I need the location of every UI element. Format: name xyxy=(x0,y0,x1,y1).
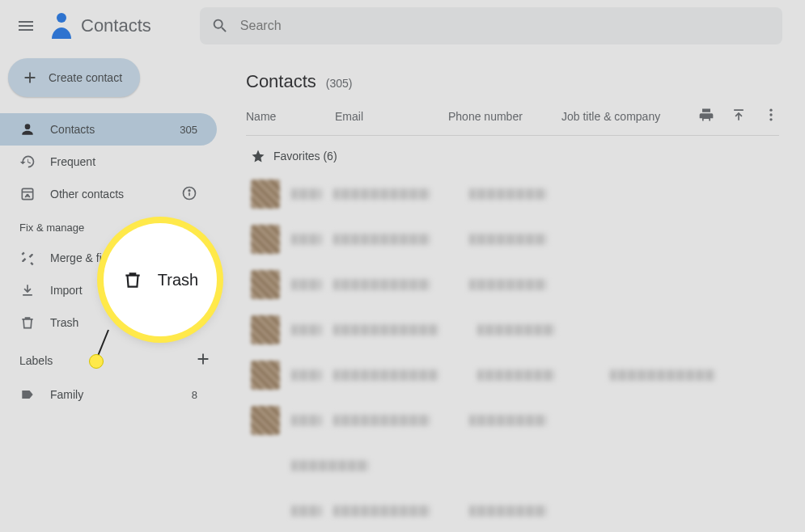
favorites-section-header[interactable]: Favorites (6) xyxy=(246,136,779,171)
redacted-email xyxy=(333,279,430,290)
label-count-badge: 8 xyxy=(192,389,197,401)
star-icon xyxy=(251,149,265,163)
search-icon xyxy=(211,17,229,35)
table-header: Name Email Phone number Job title & comp… xyxy=(246,107,779,136)
sidebar-item-contacts[interactable]: Contacts 305 xyxy=(0,113,217,146)
redacted-name xyxy=(291,369,322,381)
table-row[interactable] xyxy=(246,353,779,398)
contacts-count-badge: 305 xyxy=(180,124,197,136)
svg-point-0 xyxy=(57,13,66,23)
main-content: Contacts (305) Name Email Phone number J… xyxy=(227,52,805,532)
avatar xyxy=(251,361,280,390)
contacts-logo-icon xyxy=(49,10,74,42)
trash-icon xyxy=(122,269,143,290)
redacted-name xyxy=(291,505,322,517)
avatar xyxy=(251,315,280,344)
table-row[interactable] xyxy=(246,488,779,532)
avatar xyxy=(251,406,280,435)
callout-label: Trash xyxy=(158,271,198,289)
redacted-name xyxy=(291,415,322,426)
sidebar-item-label: Import xyxy=(50,284,83,297)
svg-point-8 xyxy=(769,118,772,120)
redacted-email xyxy=(333,369,439,381)
table-row[interactable] xyxy=(246,171,779,217)
redacted-job xyxy=(610,369,715,381)
svg-point-7 xyxy=(769,113,772,116)
sidebar-item-label: Other contacts xyxy=(50,188,124,201)
column-header-name[interactable]: Name xyxy=(246,110,335,123)
avatar xyxy=(251,225,280,254)
create-contact-button[interactable]: Create contact xyxy=(8,58,140,97)
redacted-name xyxy=(291,188,322,200)
sidebar-item-frequent[interactable]: Frequent xyxy=(0,146,217,178)
page-title: Contacts xyxy=(246,71,316,92)
redacted-name xyxy=(291,234,322,245)
table-row[interactable] xyxy=(246,443,779,488)
labels-header: Labels xyxy=(0,339,227,378)
plus-icon xyxy=(194,350,212,368)
hamburger-menu-button[interactable] xyxy=(6,6,45,45)
redacted-phone xyxy=(469,505,547,517)
plus-icon xyxy=(21,69,39,87)
person-icon xyxy=(19,121,36,137)
more-options-button[interactable] xyxy=(763,107,779,125)
redacted-name xyxy=(291,324,322,336)
app-title: Contacts xyxy=(81,15,151,36)
column-header-email[interactable]: Email xyxy=(335,110,448,123)
search-input[interactable] xyxy=(240,19,771,33)
redacted-phone xyxy=(469,234,547,245)
label-icon xyxy=(19,386,36,403)
table-row[interactable] xyxy=(246,262,779,307)
more-vert-icon xyxy=(763,107,779,123)
add-label-button[interactable] xyxy=(194,350,212,370)
menu-icon xyxy=(16,16,36,36)
favorites-label: Favorites (6) xyxy=(273,150,337,163)
archive-icon xyxy=(19,186,36,202)
redacted-name xyxy=(291,279,322,290)
labels-header-label: Labels xyxy=(19,354,53,367)
sidebar-item-label: Merge & fix xyxy=(50,251,108,264)
redacted-email xyxy=(333,234,430,245)
trash-icon xyxy=(19,315,36,331)
redacted-phone xyxy=(477,369,555,381)
info-icon[interactable] xyxy=(181,185,197,204)
redacted-email xyxy=(333,505,430,517)
redacted-email xyxy=(333,188,430,200)
page-count: (305) xyxy=(326,77,353,90)
column-header-job[interactable]: Job title & company xyxy=(561,110,698,123)
print-button[interactable] xyxy=(698,107,714,125)
avatar xyxy=(251,270,280,299)
sidebar-item-other-contacts[interactable]: Other contacts xyxy=(0,178,217,210)
redacted-phone xyxy=(477,324,555,336)
redacted-email xyxy=(333,324,439,336)
sidebar-item-label: Contacts xyxy=(50,123,95,136)
svg-point-5 xyxy=(189,189,190,191)
avatar xyxy=(251,179,280,209)
app-logo[interactable]: Contacts xyxy=(49,10,151,42)
redacted-phone xyxy=(469,188,547,200)
redacted-phone xyxy=(469,415,547,426)
table-row[interactable] xyxy=(246,217,779,262)
callout-pointer-dot xyxy=(89,354,104,369)
app-header: Contacts xyxy=(0,0,805,52)
column-header-phone[interactable]: Phone number xyxy=(448,110,561,123)
redacted-name xyxy=(291,460,369,471)
history-icon xyxy=(19,154,36,170)
download-icon xyxy=(19,282,36,298)
redacted-email xyxy=(333,415,430,426)
redacted-phone xyxy=(469,279,547,290)
table-row[interactable] xyxy=(246,398,779,443)
upload-icon xyxy=(731,107,747,123)
tools-icon xyxy=(19,250,36,266)
export-button[interactable] xyxy=(731,107,747,125)
print-icon xyxy=(698,107,714,123)
table-row[interactable] xyxy=(246,307,779,353)
sidebar-item-label: Family xyxy=(50,388,83,401)
search-bar[interactable] xyxy=(200,7,782,44)
sidebar-item-label: Frequent xyxy=(50,155,95,168)
create-contact-label: Create contact xyxy=(49,71,122,84)
sidebar-item-label: Trash xyxy=(50,316,78,329)
svg-point-6 xyxy=(769,109,772,112)
tutorial-callout-trash: Trash xyxy=(104,223,217,336)
sidebar-label-family[interactable]: Family 8 xyxy=(0,378,217,411)
